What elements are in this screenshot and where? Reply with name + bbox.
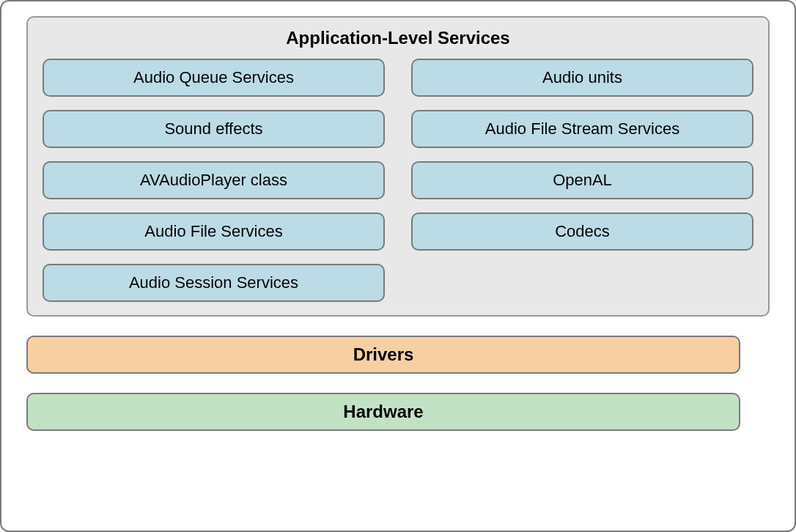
service-sound-effects: Sound effects xyxy=(43,110,385,148)
service-openal: OpenAL xyxy=(411,161,753,199)
service-audio-units: Audio units xyxy=(411,59,753,97)
service-audio-file: Audio File Services xyxy=(43,213,385,251)
service-avaudioplayer: AVAudioPlayer class xyxy=(43,161,385,199)
service-codecs: Codecs xyxy=(411,213,753,251)
service-audio-queue: Audio Queue Services xyxy=(43,59,385,97)
service-audio-file-stream: Audio File Stream Services xyxy=(411,110,753,148)
hardware-layer: Hardware xyxy=(26,393,740,431)
application-level-services-panel: Application-Level Services Audio Queue S… xyxy=(26,16,770,317)
services-grid: Audio Queue Services Audio units Sound e… xyxy=(43,59,753,302)
application-level-title: Application-Level Services xyxy=(43,28,753,48)
architecture-diagram: Application-Level Services Audio Queue S… xyxy=(0,0,796,532)
service-audio-session: Audio Session Services xyxy=(43,264,385,302)
drivers-layer: Drivers xyxy=(26,336,740,374)
